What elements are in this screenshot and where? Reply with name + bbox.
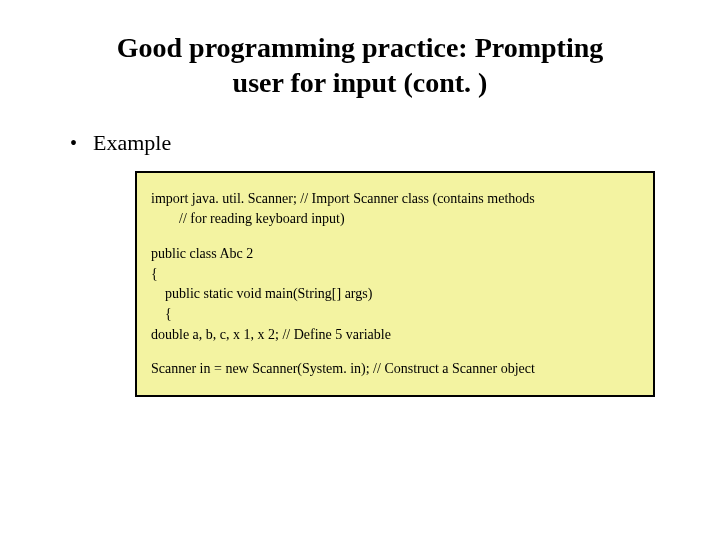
bullet-dot-icon: • bbox=[70, 132, 77, 155]
code-line: import java. util. Scanner; // Import Sc… bbox=[151, 189, 639, 209]
code-line: // for reading keyboard input) bbox=[151, 209, 639, 229]
slide-container: Good programming practice: Prompting use… bbox=[0, 0, 720, 540]
code-line: public class Abc 2 bbox=[151, 244, 639, 264]
bullet-item: • Example bbox=[70, 130, 660, 156]
title-line-1: Good programming practice: Prompting bbox=[117, 32, 604, 63]
bullet-text: Example bbox=[93, 130, 171, 156]
code-line: double a, b, c, x 1, x 2; // Define 5 va… bbox=[151, 325, 639, 345]
code-box: import java. util. Scanner; // Import Sc… bbox=[135, 171, 655, 397]
code-line: { bbox=[151, 264, 639, 284]
title-line-2: user for input (cont. ) bbox=[233, 67, 488, 98]
code-line: Scanner in = new Scanner(System. in); //… bbox=[151, 359, 639, 379]
code-line: public static void main(String[] args) bbox=[151, 284, 639, 304]
slide-title: Good programming practice: Prompting use… bbox=[60, 30, 660, 100]
code-line: { bbox=[151, 304, 639, 324]
